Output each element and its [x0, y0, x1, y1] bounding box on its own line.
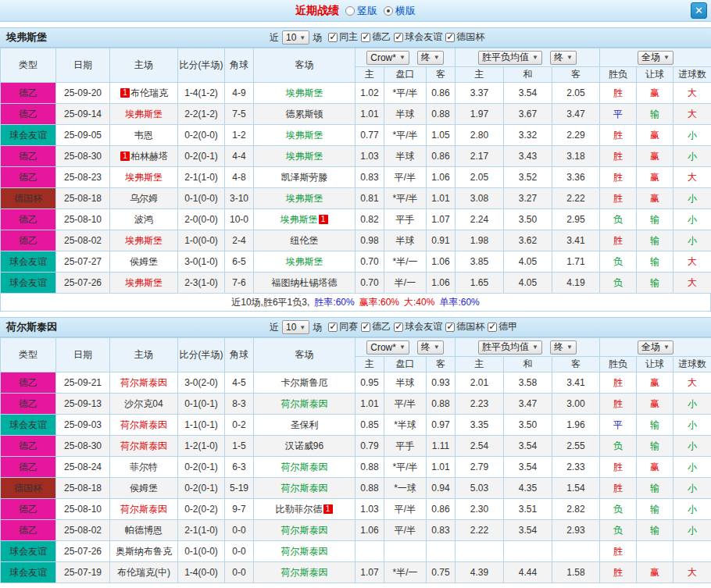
team-name-link[interactable]: 荷尔斯泰因 [281, 546, 328, 557]
away-team-cell: 埃弗斯堡 [254, 251, 356, 273]
layout-radio-vertical[interactable]: 竖版 [345, 4, 377, 18]
home-team-cell: 埃弗斯堡 [110, 230, 178, 251]
team-name-link[interactable]: 纽伦堡 [291, 235, 319, 246]
layout-radio-horizontal[interactable]: 横版 [384, 4, 416, 18]
recent-results-window: 近期战绩 竖版 横版 ✕ 埃弗斯堡 近 10▼ 场 同主德乙球会友谊德国杯 [0, 0, 711, 588]
result-handicap: 输 [637, 104, 673, 125]
team-name-link[interactable]: 埃弗斯堡 [125, 109, 163, 119]
odds-handicap: 半/一 [384, 273, 427, 294]
match-count-select[interactable]: 10▼ [282, 30, 309, 45]
team-name-link[interactable]: 帕德博恩 [125, 525, 163, 536]
bookmaker-select[interactable]: Crow*▼ [366, 340, 409, 355]
close-button[interactable]: ✕ [691, 2, 707, 19]
near-label: 近 [270, 321, 279, 334]
match-date: 25-08-02 [56, 520, 110, 541]
final-odds-select[interactable]: 终▼ [417, 51, 444, 65]
filter-checkbox[interactable]: 德乙 [361, 320, 391, 333]
odds-home: 1.01 [356, 104, 384, 125]
team-name-link[interactable]: 荷尔斯泰因 [281, 567, 328, 578]
team-name-link[interactable]: 圣保利 [291, 419, 319, 430]
bookmaker-select[interactable]: Crow*▼ [366, 51, 409, 65]
team-name-link[interactable]: 比勒菲尔德 [276, 504, 323, 515]
team-name-link[interactable]: 乌尔姆 [130, 193, 158, 204]
avg-draw-odds: 3.50 [504, 415, 552, 436]
team-name-link[interactable]: 沙尔克04 [124, 398, 163, 409]
team-name-link[interactable]: 埃弗斯堡 [125, 172, 163, 183]
team-name-link[interactable]: 波鸿 [134, 214, 153, 225]
team-name-link[interactable]: 侯姆堡 [130, 256, 158, 267]
team-name-link[interactable]: 荷尔斯泰因 [120, 377, 167, 388]
avg-away-odds: 1.96 [552, 415, 600, 436]
team-name-link[interactable]: 埃弗斯堡 [125, 235, 163, 246]
team-name-link[interactable]: 凯泽斯劳滕 [281, 172, 328, 183]
team-name-link[interactable]: 荷尔斯泰因 [281, 525, 328, 536]
final-avg-select[interactable]: 终▼ [550, 340, 577, 355]
result-wdl: 胜 [600, 562, 637, 583]
team-name-link[interactable]: 荷尔斯泰因 [281, 461, 328, 472]
away-team-cell: 荷尔斯泰因 [254, 541, 356, 562]
filter-checkbox[interactable]: 德国杯 [445, 320, 484, 333]
team-name-link[interactable]: 侯姆堡 [130, 483, 158, 494]
team-name-link[interactable]: 荷尔斯泰因 [120, 440, 167, 451]
rank-badge: 1 [120, 151, 130, 161]
avg-draw-odds [504, 541, 552, 562]
odds-handicap: 平手 [384, 436, 427, 457]
team-name-link[interactable]: 荷尔斯泰因 [120, 504, 167, 515]
league-badge: 德乙 [1, 83, 56, 104]
team-name-link[interactable]: 福图纳杜锡塔德 [272, 277, 338, 288]
corner-score: 8-3 [225, 394, 254, 415]
match-row: 德乙 25-08-10 波鸿 2-0(0-0) 10-0 埃弗斯堡1 0.82 … [1, 209, 711, 230]
match-date: 25-07-27 [56, 251, 110, 273]
filter-checkbox[interactable]: 同主 [328, 30, 358, 44]
team-name-link[interactable]: 布伦瑞克(中) [117, 567, 170, 578]
match-date: 25-07-26 [56, 541, 110, 562]
team-name-link[interactable]: 埃弗斯堡 [286, 256, 323, 267]
team-name-link[interactable]: 荷尔斯泰因 [281, 398, 328, 409]
filter-checkbox[interactable]: 德甲 [488, 320, 517, 333]
summary-row: 近10场,胜6平1负3,胜率:60%赢率:60%大:40%单率:60% [0, 294, 711, 312]
avg-away-odds: 2.05 [552, 83, 600, 104]
odds-away: 1.01 [427, 188, 456, 209]
team-name-link[interactable]: 埃弗斯堡 [286, 87, 323, 98]
home-team-cell: 埃弗斯堡 [110, 273, 178, 294]
col-header-avg-draw: 和 [504, 67, 552, 83]
avg-odds-select[interactable]: 胜平负均值▼ [478, 51, 542, 65]
team-name-link[interactable]: 柏林赫塔 [130, 151, 168, 162]
team-name-link[interactable]: 菲尔特 [130, 461, 158, 472]
team-name-link[interactable]: 埃弗斯堡 [286, 151, 323, 162]
final-odds-select[interactable]: 终▼ [417, 340, 444, 355]
team-name-link[interactable]: 埃弗斯堡 [286, 193, 323, 204]
filter-checkbox[interactable]: 球会友谊 [394, 30, 442, 44]
team-name-link[interactable]: 埃弗斯堡 [125, 277, 163, 288]
league-badge: 球会友谊 [1, 541, 56, 562]
filter-checkbox[interactable]: 球会友谊 [394, 320, 442, 333]
scope-select[interactable]: 全场▼ [638, 51, 673, 65]
avg-home-odds: 2.05 [456, 167, 504, 188]
team-name-link[interactable]: 荷尔斯泰因 [281, 483, 328, 494]
team-name-link[interactable]: 布伦瑞克 [130, 87, 168, 98]
odds-handicap: 半球 [384, 372, 427, 394]
match-count-select[interactable]: 10▼ [282, 320, 309, 334]
final-avg-select[interactable]: 终▼ [550, 51, 577, 65]
avg-away-odds: 2.29 [552, 125, 600, 146]
team-name-link[interactable]: 荷尔斯泰因 [120, 419, 167, 430]
odds-home: 0.82 [356, 209, 384, 230]
team-name-link[interactable]: 奥斯纳布鲁克 [116, 546, 172, 557]
filter-checkbox[interactable]: 同赛 [328, 320, 358, 333]
filter-checkbox[interactable]: 德国杯 [445, 30, 484, 44]
team-name-link[interactable]: 汉诺威96 [285, 440, 323, 451]
filter-checkbox[interactable]: 德乙 [361, 30, 391, 44]
match-row: 德乙 25-08-24 菲尔特 0-2(0-1) 6-3 荷尔斯泰因 0.88 … [1, 457, 711, 478]
avg-home-odds: 2.79 [456, 457, 504, 478]
score: 1-1(0-1) [178, 415, 225, 436]
odds-away: 0.75 [427, 562, 456, 583]
team-name-link[interactable]: 埃弗斯堡 [286, 130, 323, 141]
team-name-link[interactable]: 卡尔斯鲁厄 [281, 377, 328, 388]
team-name-link[interactable]: 埃弗斯堡 [280, 214, 318, 225]
team-name-link[interactable]: 德累斯顿 [286, 109, 323, 119]
team-name-link[interactable]: 韦恩 [134, 130, 153, 141]
avg-odds-select[interactable]: 胜平负均值▼ [478, 340, 542, 355]
scope-select[interactable]: 全场▼ [638, 340, 673, 355]
result-goals: 小 [673, 415, 711, 436]
result-handicap: 赢 [637, 188, 673, 209]
